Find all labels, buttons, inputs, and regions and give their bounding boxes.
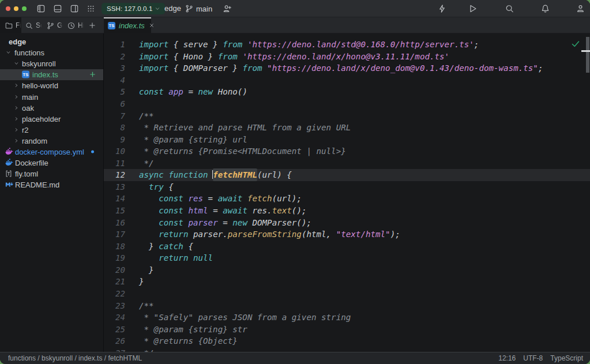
tree-item-oak[interactable]: oak xyxy=(0,102,103,113)
line-number: 23 xyxy=(104,300,125,312)
code-line-21[interactable]: 21} xyxy=(104,276,590,288)
code-line-13[interactable]: 13 try { xyxy=(104,181,590,193)
code-line-16[interactable]: 16 const parser = new DOMParser(); xyxy=(104,217,590,229)
code-line-23[interactable]: 23/** xyxy=(104,300,590,312)
tree-item-label: index.ts xyxy=(32,70,58,79)
tree-root-edge[interactable]: edge xyxy=(0,36,103,47)
tool-tab-add-tool[interactable] xyxy=(85,17,99,33)
window-minimize-button[interactable] xyxy=(14,6,18,11)
clock-icon xyxy=(67,22,75,29)
code-line-26[interactable]: 26 * @returns {Object} xyxy=(104,335,590,347)
chevron-down-icon xyxy=(155,6,160,12)
line-number: 15 xyxy=(104,205,125,217)
tree-item-label: random xyxy=(22,136,47,145)
code-line-11[interactable]: 11 */ xyxy=(104,157,590,170)
toggle-left-panel-icon[interactable] xyxy=(37,5,45,13)
file-encoding[interactable]: UTF-8 xyxy=(523,354,543,362)
notifications-bell-icon[interactable] xyxy=(541,4,550,13)
code-line-8[interactable]: 8 * Retrieve and parse HTML from a given… xyxy=(104,122,590,134)
code-line-4[interactable]: 4 xyxy=(104,74,590,87)
code-line-10[interactable]: 10 * @returns {Promise<HTMLDocument | nu… xyxy=(104,145,590,157)
file-language[interactable]: TypeScript xyxy=(550,354,583,362)
chevron-down-icon xyxy=(6,50,11,55)
no-problems-check-icon[interactable] xyxy=(571,39,580,48)
code-line-17[interactable]: 17 return parser.parseFromString(html, "… xyxy=(104,228,590,241)
tree-item-random[interactable]: random xyxy=(0,135,103,146)
tool-tab-git[interactable]: Gi xyxy=(43,17,64,33)
code-line-3[interactable]: 3import { DOMParser } from "https://deno… xyxy=(104,62,590,74)
cursor-position[interactable]: 12:16 xyxy=(498,354,516,362)
tree-item-main[interactable]: main xyxy=(0,91,103,102)
modified-dot-badge xyxy=(91,151,94,153)
line-number: 6 xyxy=(104,98,125,110)
code-line-9[interactable]: 9 * @param {string} url xyxy=(104,134,590,146)
code-line-24[interactable]: 24 * "Safely" parses JSON from a given s… xyxy=(104,312,590,324)
code-line-20[interactable]: 20 } xyxy=(104,264,590,276)
tree-item-functions[interactable]: functions xyxy=(0,47,103,58)
git-branch-icon xyxy=(47,22,54,29)
tool-tab-search[interactable]: Se xyxy=(21,17,43,33)
project-name[interactable]: edge xyxy=(164,0,181,17)
chevron-right-icon xyxy=(14,83,19,88)
code-line-6[interactable]: 6 xyxy=(104,98,590,110)
code-line-22[interactable]: 22 xyxy=(104,288,590,300)
code-line-19[interactable]: 19 return null xyxy=(104,252,590,264)
chevron-right-icon xyxy=(14,138,19,143)
tree-item-bskyunroll[interactable]: bskyunroll xyxy=(0,58,103,69)
line-number: 8 xyxy=(104,122,125,134)
search-everywhere-icon[interactable] xyxy=(505,4,514,13)
breadcrumb[interactable]: functions / bskyunroll / index.ts / fetc… xyxy=(8,354,142,362)
editor-tab-index-ts[interactable]: TS index.ts xyxy=(104,17,151,33)
code-line-25[interactable]: 25 * @param {string} str xyxy=(104,324,590,336)
account-person-icon[interactable] xyxy=(576,4,585,13)
tool-tab-label: Se xyxy=(36,21,42,29)
line-number: 17 xyxy=(104,228,125,241)
line-number: 2 xyxy=(104,51,125,63)
code-area: 1import { serve } from 'https://deno.lan… xyxy=(104,33,590,352)
tree-item-r2[interactable]: r2 xyxy=(0,124,103,135)
tree-item-placeholder[interactable]: placeholder xyxy=(0,113,103,124)
code-line-15[interactable]: 15 const html = await res.text(); xyxy=(104,205,590,217)
code-line-7[interactable]: 7/** xyxy=(104,110,590,122)
tab-close-icon[interactable] xyxy=(149,22,155,28)
tree-item-fly-toml[interactable]: fly.toml xyxy=(0,168,103,179)
docker-blue-file-icon xyxy=(5,159,13,167)
window-zoom-button[interactable] xyxy=(22,6,27,11)
code-line-2[interactable]: 2import { Hono } from 'https://deno.land… xyxy=(104,51,590,63)
tool-tab-label: Fil xyxy=(16,21,21,29)
tree-item-dockerfile[interactable]: Dockerfile xyxy=(0,157,103,168)
window-close-button[interactable] xyxy=(6,6,10,11)
editor-scrollbar-thumb[interactable] xyxy=(586,37,589,73)
smart-mode-bolt-icon[interactable] xyxy=(438,4,446,13)
tree-item-readme-md[interactable]: README.md xyxy=(0,179,103,190)
code-line-18[interactable]: 18 } catch { xyxy=(104,241,590,253)
line-number: 21 xyxy=(104,276,125,288)
code-line-14[interactable]: 14 const res = await fetch(url); xyxy=(104,193,590,205)
tree-item-hello-world[interactable]: hello-world xyxy=(0,80,103,91)
remote-connection-indicator[interactable]: SSH: 127.0.0.1 xyxy=(102,3,165,14)
chevron-right-icon xyxy=(14,105,19,110)
tree-item-docker-compose-yml[interactable]: docker-compose.yml xyxy=(0,147,103,157)
code-editor[interactable]: 1import { serve } from 'https://deno.lan… xyxy=(104,33,590,352)
toggle-bottom-panel-icon[interactable] xyxy=(54,5,62,13)
tool-tab-files[interactable]: Fil xyxy=(0,17,21,33)
tree-item-index-ts[interactable]: TSindex.ts xyxy=(0,69,103,80)
chevron-right-icon xyxy=(14,127,19,132)
code-line-1[interactable]: 1import { serve } from 'https://deno.lan… xyxy=(104,39,590,51)
tool-tab-history[interactable]: Hi xyxy=(64,17,85,33)
run-play-icon[interactable] xyxy=(468,4,478,13)
code-line-12[interactable]: 12async function fetchHTML(url) { xyxy=(104,169,590,181)
line-number: 26 xyxy=(104,335,125,347)
title-bar: SSH: 127.0.0.1 edge main xyxy=(0,0,590,17)
git-branch-widget[interactable]: main xyxy=(185,0,212,17)
status-right-group: 12:16 UTF-8 TypeScript xyxy=(498,354,583,362)
chevron-right-icon xyxy=(14,116,19,121)
workspaces-grid-icon[interactable] xyxy=(87,5,95,12)
code-line-5[interactable]: 5const app = new Hono() xyxy=(104,86,590,98)
line-number: 12 xyxy=(104,169,125,181)
line-number: 19 xyxy=(104,252,125,264)
git-added-plus-icon xyxy=(89,72,96,78)
line-number: 20 xyxy=(104,264,125,276)
invite-collaborator-icon[interactable] xyxy=(223,4,231,13)
toggle-right-panel-icon[interactable] xyxy=(70,5,78,13)
